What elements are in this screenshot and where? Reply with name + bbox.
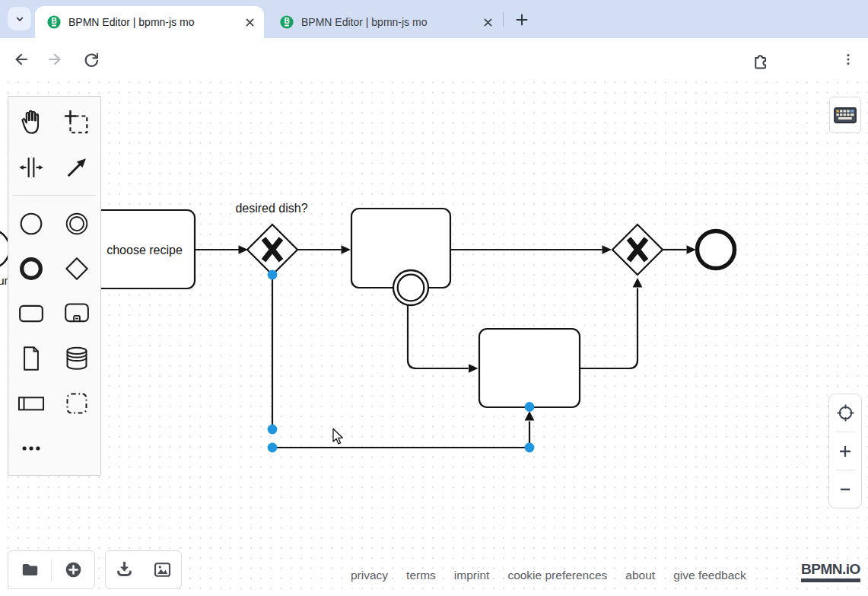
- export-button-group: [105, 550, 182, 589]
- link-cookie-preferences[interactable]: cookie preferences: [507, 569, 607, 582]
- waypoint-handle[interactable]: [268, 270, 278, 280]
- tab-close-button[interactable]: [481, 15, 494, 29]
- folder-icon: [20, 559, 40, 580]
- end-event[interactable]: [698, 231, 735, 269]
- link-give-feedback[interactable]: give feedback: [673, 569, 746, 582]
- waypoint-handle[interactable]: [525, 402, 535, 412]
- data-object-icon: [17, 344, 46, 373]
- tab-divider: [503, 12, 504, 27]
- file-button-group: [8, 550, 95, 589]
- forward-icon: [46, 50, 65, 69]
- start-event-icon: [17, 209, 46, 238]
- palette-create-data-store[interactable]: [54, 336, 100, 381]
- download-button[interactable]: [106, 551, 144, 588]
- link-imprint[interactable]: imprint: [454, 569, 490, 582]
- forward-button[interactable]: [43, 46, 68, 72]
- palette-create-gateway[interactable]: [54, 246, 100, 291]
- arrowhead: [342, 245, 351, 254]
- menu-button[interactable]: [835, 46, 861, 72]
- flow-boundary-task3[interactable]: [408, 305, 469, 368]
- flow-task3-gateway2[interactable]: [580, 288, 637, 369]
- back-button[interactable]: [8, 46, 33, 72]
- intermediate-event-icon: [62, 209, 91, 238]
- reload-button[interactable]: [78, 46, 104, 72]
- reset-zoom-button[interactable]: [829, 394, 861, 432]
- tab-close-button[interactable]: [243, 15, 256, 29]
- palette-create-intermediate-event[interactable]: [54, 201, 100, 246]
- open-file-button[interactable]: [8, 551, 51, 588]
- arrowhead: [603, 245, 612, 254]
- gateway1-label[interactable]: desired dish?: [235, 202, 307, 215]
- tab-title-fade: [217, 16, 240, 28]
- extensions-button[interactable]: [746, 46, 772, 72]
- participant-icon: [17, 389, 46, 418]
- browser-toolbar: demo.bpmn.io/s/start: [0, 38, 868, 81]
- tab-active[interactable]: B BPMN Editor | bpmn-js mo: [35, 6, 264, 38]
- palette-create-end-event[interactable]: [8, 246, 54, 291]
- palette-create-subprocess[interactable]: [54, 291, 100, 336]
- svg-text:B: B: [284, 17, 289, 25]
- browser-window: B BPMN Editor | bpmn-js mo B BPMN Editor…: [0, 0, 868, 596]
- group-icon: [62, 389, 91, 418]
- data-store-icon: [62, 344, 91, 373]
- task1-label[interactable]: choose recipe: [107, 244, 183, 257]
- palette-more-tools[interactable]: [8, 425, 54, 470]
- palette-space-tool[interactable]: [8, 145, 54, 190]
- link-terms[interactable]: terms: [406, 569, 436, 582]
- space-tool-icon: [17, 153, 46, 182]
- bpmn-favicon: B: [280, 15, 294, 29]
- waypoint-handle[interactable]: [525, 443, 535, 453]
- tab-search-button[interactable]: [8, 7, 31, 30]
- kebab-menu-icon: [841, 52, 856, 67]
- arrowhead: [525, 411, 535, 421]
- palette-create-participant[interactable]: [8, 381, 54, 425]
- task-icon: [17, 299, 46, 328]
- tab-title: BPMN Editor | bpmn-js mo: [68, 16, 240, 28]
- ellipsis-icon: [17, 434, 46, 463]
- keyboard-shortcuts-button[interactable]: [829, 97, 861, 133]
- task-unlabeled-bottom[interactable]: [479, 329, 580, 407]
- subprocess-icon: [62, 299, 91, 328]
- new-tab-button[interactable]: [510, 8, 533, 30]
- plus-circle-icon: [63, 559, 84, 580]
- footer-links: privacy terms imprint cookie preferences…: [351, 569, 746, 582]
- selected-flow-segment-lower[interactable]: [272, 422, 529, 448]
- boundary-event[interactable]: [393, 270, 428, 305]
- bpmn-io-logo[interactable]: BPMN.iO: [801, 561, 860, 582]
- tab-title-fade: [455, 16, 478, 28]
- mouse-cursor: [332, 428, 345, 446]
- zoom-out-button[interactable]: [829, 470, 861, 508]
- bpmn-favicon: B: [47, 15, 61, 29]
- palette-hand-tool[interactable]: [8, 100, 54, 145]
- export-image-button[interactable]: [144, 551, 182, 588]
- palette-create-data-object[interactable]: [8, 336, 54, 381]
- bpmn-diagram: choose recipe desired dish? un: [0, 81, 868, 596]
- link-privacy[interactable]: privacy: [351, 569, 388, 582]
- image-icon: [152, 559, 173, 580]
- palette-create-task[interactable]: [8, 291, 54, 336]
- create-new-button[interactable]: [52, 551, 94, 588]
- palette-create-start-event[interactable]: [8, 201, 54, 246]
- tab-title: BPMN Editor | bpmn-js mo: [301, 16, 478, 28]
- palette-lasso-tool[interactable]: [54, 100, 100, 145]
- palette-global-connect-tool[interactable]: [54, 145, 100, 190]
- tab-inactive[interactable]: B BPMN Editor | bpmn-js mo: [268, 6, 502, 38]
- close-icon: [484, 18, 492, 27]
- download-icon: [114, 559, 135, 580]
- keyboard-icon: [834, 107, 857, 123]
- plus-icon: [516, 14, 528, 26]
- chevron-down-icon: [13, 12, 27, 26]
- minus-icon: [835, 480, 855, 499]
- waypoint-handle[interactable]: [268, 425, 278, 435]
- close-icon: [246, 18, 254, 27]
- back-icon: [11, 50, 30, 69]
- zoom-in-button[interactable]: [829, 432, 861, 470]
- link-about[interactable]: about: [625, 569, 655, 582]
- arrowhead: [633, 278, 643, 288]
- bpmn-palette: [8, 96, 101, 476]
- palette-create-group[interactable]: [54, 381, 100, 425]
- waypoint-handle[interactable]: [268, 443, 278, 453]
- lasso-icon: [62, 108, 91, 137]
- arrowhead: [687, 245, 697, 254]
- plus-icon: [835, 441, 855, 461]
